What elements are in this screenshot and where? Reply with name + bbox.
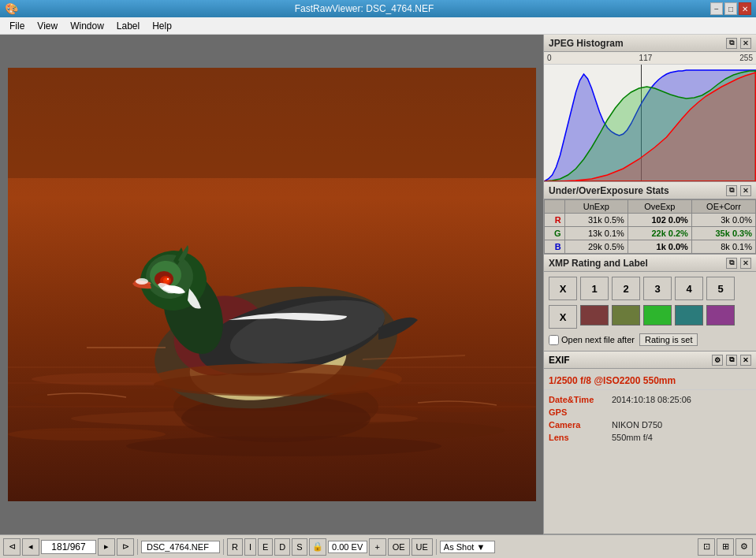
menu-file[interactable]: File [3,19,31,33]
xmp-header: XMP Rating and Label ⧉ ✕ [544,255,756,272]
rating-4-button[interactable]: 4 [675,277,703,300]
rating-set-badge: Rating is set [639,333,698,346]
prev-folder-button[interactable]: ⊲ [3,538,20,556]
open-next-checkbox[interactable] [549,335,559,345]
fit-button[interactable]: ⊡ [698,538,715,556]
color-x-button[interactable]: X [549,305,577,329]
b-unexposed: 29k 0.5% [564,240,628,254]
exposure-header: Under/OverExposure Stats ⧉ ✕ [544,182,756,199]
close-button[interactable]: ✕ [739,2,751,15]
svg-point-29 [167,278,169,280]
rating-5-button[interactable]: 5 [706,277,735,300]
image-area [0,35,543,534]
i-button[interactable]: I [244,538,256,556]
exposure-table: UnExp OveExp OE+Corr R 31k 0.5% 102 0.0%… [544,199,756,254]
exposure-title: Under/OverExposure Stats [549,185,669,196]
ev-value: 0.00 EV [328,541,367,553]
col-header-channel [545,200,565,214]
channel-r: R [545,214,565,227]
menu-help[interactable]: Help [146,19,178,33]
exif-lens-label: Lens [549,433,612,442]
svg-rect-15 [8,68,536,178]
exif-camera-label: Camera [549,420,612,430]
exif-title: EXIF [549,355,570,366]
g-overexposed: 22k 0.2% [628,227,691,240]
filename-display: DSC_4764.NEF [141,541,220,553]
color-green-button[interactable] [643,305,672,326]
xmp-close-button[interactable]: ✕ [740,258,751,269]
prev-button[interactable]: ◂ [22,538,39,556]
rating-x-button[interactable]: X [549,277,577,300]
exif-row: GPS [544,406,756,418]
exposure-popout-button[interactable]: ⧉ [726,185,737,196]
svg-point-32 [154,373,398,396]
rating-2-button[interactable]: 2 [612,277,640,300]
oe-button[interactable]: OE [388,538,410,556]
zoom-button[interactable]: ⊞ [717,538,734,556]
color-teal-button[interactable] [675,305,703,326]
settings-button[interactable]: ⚙ [736,538,753,556]
right-tools: ⊡ ⊞ ⚙ [698,538,753,556]
exposure-close-button[interactable]: ✕ [740,185,751,196]
color-row: X [549,305,751,329]
g-oecorr: 35k 0.3% [691,227,755,240]
e-button[interactable]: E [258,538,273,556]
exif-close-button[interactable]: ✕ [740,355,751,366]
xmp-panel: XMP Rating and Label ⧉ ✕ X 1 2 3 4 5 X [544,255,756,352]
channel-b: B [545,240,565,254]
open-next-checkbox-label[interactable]: Open next file after [549,335,635,345]
color-red-button[interactable] [580,305,609,326]
exif-settings-button[interactable]: ⚙ [712,355,723,366]
r-button[interactable]: R [227,538,243,556]
maximize-button[interactable]: □ [724,2,737,15]
color-purple-button[interactable] [706,305,735,326]
menu-window[interactable]: Window [64,19,110,33]
minimize-button[interactable]: − [710,2,723,15]
exif-datetime-value: 2014:10:18 08:25:06 [612,395,691,404]
histogram-popout-button[interactable]: ⧉ [726,38,737,49]
s-button[interactable]: S [292,538,307,556]
next-button[interactable]: ▸ [98,538,115,556]
separator [223,539,224,555]
next-folder-icon: ⊳ [122,541,129,552]
ev-plus-button[interactable]: + [369,538,386,556]
svg-point-7 [8,428,166,441]
rating-row: X 1 2 3 4 5 [549,277,751,300]
d-button[interactable]: D [274,538,290,556]
menu-label[interactable]: Label [110,19,146,33]
exif-panel: EXIF ⚙ ⧉ ✕ 1/2500 f/8 @ISO2200 550mm Dat… [544,352,756,534]
exposure-controls: ⧉ ✕ [726,185,751,196]
rating-3-button[interactable]: 3 [643,277,672,300]
g-unexposed: 13k 0.1% [564,227,628,240]
ue-button[interactable]: UE [412,538,433,556]
toolbar: ⊲ ◂ 181/967 ▸ ⊳ DSC_4764.NEF R I E D S 🔒… [0,534,756,558]
lock-button[interactable]: 🔒 [309,538,326,556]
table-row: R 31k 0.5% 102 0.0% 3k 0.0% [545,214,756,227]
exif-row: Date&Time 2014:10:18 08:25:06 [544,393,756,406]
exif-header-right: ⚙ ⧉ ✕ [712,355,751,366]
menubar: File View Window Label Help [0,17,756,35]
next-folder-button[interactable]: ⊳ [117,538,134,556]
right-panel: JPEG Histogram ⧉ ✕ 0 117 255 [543,35,756,534]
exif-summary: 1/2500 f/8 @ISO2200 550mm [544,372,756,390]
xmp-controls: ⧉ ✕ [726,258,751,269]
exif-popout-button[interactable]: ⧉ [726,355,737,366]
exif-row: Camera NIKON D750 [544,418,756,431]
zoom-icon: ⊞ [722,541,729,552]
col-header-unexposed: UnExp [564,200,628,214]
frame-counter: 181/967 [41,540,96,554]
rating-1-button[interactable]: 1 [580,277,609,300]
histogram-close-button[interactable]: ✕ [740,38,751,49]
as-shot-select[interactable]: As Shot ▼ [440,541,495,553]
r-overexposed: 102 0.0% [628,214,691,227]
main-content: JPEG Histogram ⧉ ✕ 0 117 255 [0,35,756,534]
titlebar-left: 🎨 [5,2,18,15]
xmp-popout-button[interactable]: ⧉ [726,258,737,269]
color-olive-button[interactable] [612,305,640,326]
separator [137,539,138,555]
open-next-row: Open next file after Rating is set [549,333,751,346]
col-header-overexposed: OveExp [628,200,691,214]
r-unexposed: 31k 0.5% [564,214,628,227]
menu-view[interactable]: View [31,19,64,33]
lock-icon: 🔒 [312,541,323,552]
